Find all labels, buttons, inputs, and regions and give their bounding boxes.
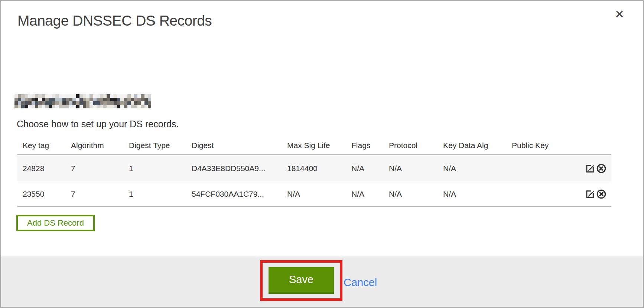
column-header: Key Data Alg [438,141,507,150]
delete-icon [596,163,606,174]
table-cell: 1814400 [282,164,346,173]
row-actions [580,189,611,199]
table-cell: N/A [384,164,438,173]
table-cell: 23550 [17,190,66,199]
save-button[interactable]: Save [269,267,334,294]
table-cell: N/A [282,190,346,199]
delete-icon [596,189,606,199]
column-header: Digest Type [124,141,186,150]
table-cell: 54FCF030AA1C79... [186,190,282,199]
table-row: 2482871D4A33E8DD550A9...1814400N/AN/AN/A [17,155,611,181]
column-header: Protocol [384,141,438,150]
edit-icon [585,163,595,174]
table-row: 235507154FCF030AA1C79...N/AN/AN/AN/A [17,181,611,207]
edit-record-button[interactable] [585,163,595,174]
ds-records-table: Key tagAlgorithmDigest TypeDigestMax Sig… [17,136,611,207]
edit-icon [585,189,595,199]
delete-record-button[interactable] [596,163,606,174]
instruction-text: Choose how to set up your DS records. [17,119,179,130]
add-ds-record-button[interactable]: Add DS Record [16,215,95,231]
column-header: Key tag [17,141,66,150]
table-cell: N/A [346,190,384,199]
table-cell: N/A [346,164,384,173]
redacted-domain-name [14,94,151,108]
edit-record-button[interactable] [585,189,595,199]
table-cell: N/A [438,164,507,173]
dialog-footer: Save Cancel [1,256,643,307]
row-actions [580,163,611,174]
close-button[interactable]: ✕ [615,9,624,20]
column-header: Flags [346,141,384,150]
table-header-row: Key tagAlgorithmDigest TypeDigestMax Sig… [17,136,611,155]
table-cell: 1 [124,164,186,173]
annotation-highlight: Save [260,260,342,301]
column-header: Public Key [507,141,580,150]
table-cell: D4A33E8DD550A9... [186,164,282,173]
table-cell: N/A [438,190,507,199]
table-cell: 1 [124,190,186,199]
column-header: Max Sig Life [282,141,346,150]
table-cell: 24828 [17,164,66,173]
table-cell: 7 [66,190,124,199]
page-title: Manage DNSSEC DS Records [17,13,212,29]
cancel-link[interactable]: Cancel [344,276,377,289]
table-cell: 7 [66,164,124,173]
column-header: Algorithm [66,141,124,150]
close-icon: ✕ [615,7,624,21]
table-cell: N/A [384,190,438,199]
manage-dnssec-dialog: Manage DNSSEC DS Records ✕ Choose how to… [0,0,644,308]
delete-record-button[interactable] [596,189,606,199]
column-header: Digest [186,141,282,150]
